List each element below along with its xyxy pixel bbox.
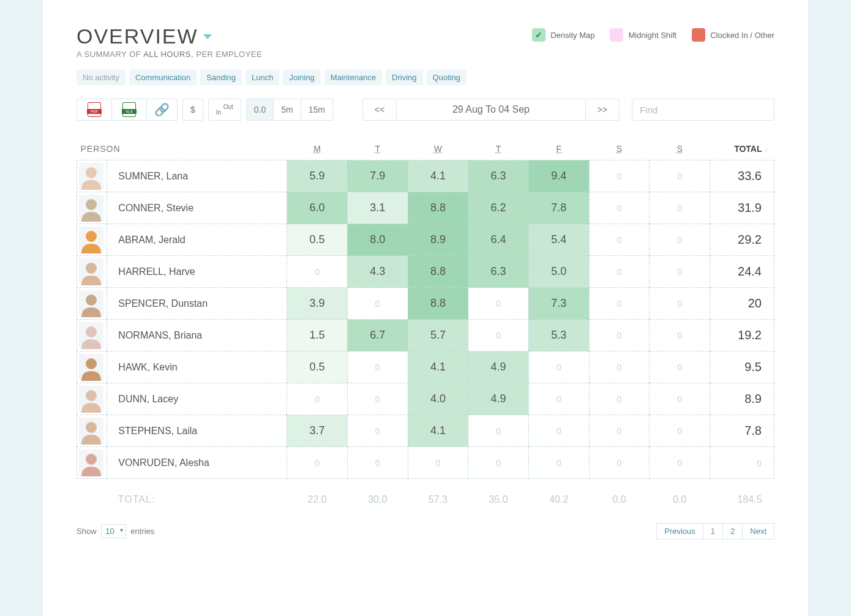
currency-toggle-button[interactable]: $ [182,99,203,121]
day-cell[interactable]: 4.1 [408,160,468,192]
day-cell[interactable]: 0 [528,447,589,479]
table-row[interactable]: HARRELL, Harve04.38.86.35.00024.4 [77,256,774,288]
day-cell[interactable]: 0 [650,224,710,256]
day-cell[interactable]: 0.5 [287,224,348,256]
day-cell[interactable]: 6.3 [468,160,529,192]
pager-page-1[interactable]: 1 [703,523,723,539]
pager-next[interactable]: Next [742,523,774,539]
day-cell[interactable]: 5.4 [528,224,589,256]
name-cell[interactable]: ABRAM, Jerald [107,224,287,256]
day-cell[interactable]: 8.0 [347,224,408,256]
day-cell[interactable]: 0 [650,192,710,224]
day-cell[interactable]: 0 [650,256,710,288]
day-cell[interactable]: 0 [589,383,650,415]
export-pdf-button[interactable] [77,99,112,121]
day-cell[interactable]: 0 [347,415,408,447]
day-cell[interactable]: 0 [589,320,650,351]
day-cell[interactable]: 1.5 [287,320,348,351]
day-cell[interactable]: 4.9 [468,383,529,415]
tag-lunch[interactable]: Lunch [246,70,279,85]
col-wed[interactable]: W [408,138,468,160]
table-row[interactable]: VONRUDEN, Alesha00000000 [77,447,774,479]
day-cell[interactable]: 0 [347,288,408,320]
day-cell[interactable]: 0 [650,415,710,447]
day-cell[interactable]: 0 [528,351,589,383]
day-cell[interactable]: 0 [528,415,589,447]
name-cell[interactable]: NORMANS, Briana [107,320,287,351]
prev-week-button[interactable]: << [362,99,397,121]
day-cell[interactable]: 5.7 [408,320,468,351]
round-5m-button[interactable]: 5m [273,99,301,121]
name-cell[interactable]: HAWK, Kevin [107,351,287,383]
day-cell[interactable]: 8.8 [408,256,468,288]
day-cell[interactable]: 0 [287,447,348,479]
tag-no-activity[interactable]: No activity [77,70,126,85]
day-cell[interactable]: 0 [287,256,348,288]
day-cell[interactable]: 0 [468,415,529,447]
day-cell[interactable]: 7.3 [528,288,589,320]
day-cell[interactable]: 8.8 [408,288,468,320]
day-cell[interactable]: 8.8 [408,192,468,224]
day-cell[interactable]: 0 [287,383,348,415]
table-row[interactable]: CONNER, Stevie6.03.18.86.27.80031.9 [77,192,774,224]
col-total[interactable]: TOTAL↓ [710,138,774,160]
name-cell[interactable]: SUMNER, Lana [107,160,287,192]
day-cell[interactable]: 0 [650,447,710,479]
name-cell[interactable]: VONRUDEN, Alesha [107,447,287,479]
day-cell[interactable]: 0 [468,320,529,351]
day-cell[interactable]: 5.9 [287,160,348,192]
day-cell[interactable]: 0 [347,447,408,479]
tag-sanding[interactable]: Sanding [200,70,242,85]
day-cell[interactable]: 8.9 [408,224,468,256]
tag-joining[interactable]: Joining [283,70,320,85]
table-row[interactable]: SUMNER, Lana5.97.94.16.39.40033.6 [77,160,774,192]
day-cell[interactable]: 4.1 [408,415,468,447]
table-row[interactable]: NORMANS, Briana1.56.75.705.30019.2 [77,320,774,351]
day-cell[interactable]: 6.7 [347,320,408,351]
col-sat[interactable]: S [589,138,650,160]
date-range-display[interactable]: 29 Aug To 04 Sep [396,99,586,121]
entries-select[interactable]: 10 [101,524,126,538]
export-xls-button[interactable] [111,99,147,121]
name-cell[interactable]: STEPHENS, Laila [107,415,287,447]
day-cell[interactable]: 0 [650,351,710,383]
day-cell[interactable]: 5.3 [528,320,589,351]
day-cell[interactable]: 6.4 [468,224,529,256]
day-cell[interactable]: 0 [408,447,468,479]
day-cell[interactable]: 3.1 [347,192,408,224]
chevron-down-icon[interactable] [203,34,212,39]
day-cell[interactable]: 0 [468,288,529,320]
col-thu[interactable]: T [468,138,529,160]
day-cell[interactable]: 6.2 [468,192,529,224]
day-cell[interactable]: 0 [347,383,408,415]
tag-maintenance[interactable]: Maintenance [324,70,382,85]
day-cell[interactable]: 5.0 [528,256,589,288]
find-input[interactable] [632,99,774,121]
day-cell[interactable]: 7.8 [528,192,589,224]
tag-quoting[interactable]: Quoting [427,70,467,85]
pager-page-2[interactable]: 2 [722,523,743,539]
day-cell[interactable]: 0 [650,160,710,192]
legend-midnight[interactable]: Midnight Shift [610,28,677,42]
share-link-button[interactable]: 🔗 [146,99,178,121]
day-cell[interactable]: 0 [589,447,650,479]
day-cell[interactable]: 0 [589,160,650,192]
day-cell[interactable]: 0 [589,288,650,320]
col-fri[interactable]: F [528,138,589,160]
day-cell[interactable]: 6.3 [468,256,529,288]
legend-clocked[interactable]: Clocked In / Other [692,28,774,42]
name-cell[interactable]: SPENCER, Dunstan [107,288,287,320]
col-sun[interactable]: S [650,138,710,160]
day-cell[interactable]: 4.9 [468,351,529,383]
day-cell[interactable]: 0 [650,383,710,415]
day-cell[interactable]: 4.0 [408,383,468,415]
day-cell[interactable]: 3.7 [287,415,348,447]
inout-toggle-button[interactable]: In Out [208,99,241,121]
tag-driving[interactable]: Driving [386,70,422,85]
day-cell[interactable]: 0 [589,192,650,224]
day-cell[interactable]: 0 [650,320,710,351]
table-row[interactable]: ABRAM, Jerald0.58.08.96.45.40029.2 [77,224,774,256]
day-cell[interactable]: 4.3 [347,256,408,288]
pager-prev[interactable]: Previous [656,523,703,539]
day-cell[interactable]: 0 [347,351,408,383]
